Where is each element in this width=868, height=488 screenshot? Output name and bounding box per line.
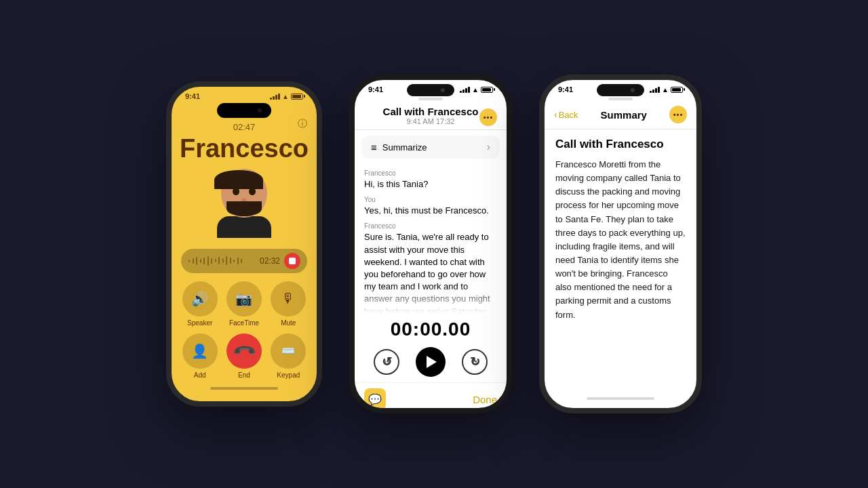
avatar	[210, 169, 278, 243]
time-2: 9:41	[368, 85, 383, 94]
summarize-label: Summarize	[382, 142, 427, 152]
player-section: 00:00.00 ↺ 15 ↻ 15	[355, 313, 507, 382]
battery-icon-3	[671, 87, 683, 93]
speaker-label: Speaker	[187, 319, 212, 327]
signal-1	[270, 93, 280, 100]
summary-more-button[interactable]: •••	[669, 106, 687, 123]
back-chevron-icon: ‹	[554, 109, 557, 120]
transcript-entry-1: You Yes, hi, this must be Francesco.	[364, 196, 497, 217]
summarize-icon: ≡	[371, 142, 377, 153]
wifi-icon-1: ▲	[282, 93, 289, 100]
speaker-icon: 🔊	[182, 281, 218, 317]
play-icon	[427, 356, 437, 368]
record-inner	[289, 258, 296, 264]
battery-fill-2	[482, 88, 491, 92]
skip-back-button[interactable]: ↺ 15	[374, 349, 399, 375]
transcript-subtitle: 9:41 AM 17:32	[366, 117, 496, 125]
text-2: Sure is. Tania, we're all ready to assis…	[364, 231, 497, 313]
skip-back-label: 15	[384, 360, 389, 365]
keypad-label: Keypad	[277, 371, 300, 379]
facetime-label: FaceTime	[229, 319, 259, 327]
time-1: 9:41	[185, 92, 200, 100]
status-icons-3: ▲	[650, 86, 683, 94]
s-bar1	[460, 91, 462, 93]
add-button[interactable]: 👤 Add	[181, 333, 218, 379]
transcript-entry-0: Francesco Hi, is this Tania?	[364, 169, 497, 190]
dynamic-island-3	[597, 84, 644, 96]
t-bar2	[652, 89, 654, 93]
t-bar4	[658, 87, 660, 93]
summary-more-dots: •••	[673, 110, 684, 119]
wifi-icon-3: ▲	[662, 86, 669, 94]
dynamic-island-1	[217, 103, 271, 118]
summary-nav-title: Summary	[601, 109, 647, 121]
mute-button[interactable]: 🎙 Mute	[270, 281, 307, 327]
skip-forward-label: 15	[472, 360, 477, 365]
skip-forward-button[interactable]: ↻ 15	[462, 349, 488, 375]
battery-fill-1	[292, 95, 301, 98]
player-timer: 00:00.00	[364, 319, 497, 340]
summary-nav: ‹ Back Summary •••	[545, 103, 696, 129]
status-bar-2: 9:41 ▲	[355, 80, 507, 96]
facetime-icon: 📷	[226, 281, 262, 317]
status-bar-3: 9:41 ▲	[545, 80, 696, 96]
phone-2: 9:41 ▲ Call with Francesco 9:41 AM 17:32…	[349, 75, 512, 413]
battery-fill-3	[672, 88, 681, 92]
t-bar1	[650, 91, 652, 93]
chat-icon-button[interactable]: 💬	[364, 388, 386, 410]
camera-dot-1	[258, 108, 262, 113]
transcript-body: Francesco Hi, is this Tania? You Yes, hi…	[355, 164, 507, 313]
record-button[interactable]	[284, 253, 300, 269]
end-button[interactable]: 📞 End	[225, 333, 262, 379]
summarize-row[interactable]: ≡ Summarize ›	[361, 136, 500, 159]
drag-handle-3	[608, 98, 633, 100]
speaker-1: You	[364, 196, 497, 203]
status-bar-1: 9:41 ▲	[172, 87, 317, 103]
dynamic-island-2	[407, 84, 454, 96]
bar2	[273, 96, 275, 100]
phone-1: 9:41 ▲ ⓘ 02:47 Francesco	[166, 81, 322, 407]
t-bar3	[655, 88, 657, 93]
back-label: Back	[559, 110, 578, 120]
battery-icon-2	[481, 87, 493, 93]
facetime-button[interactable]: 📷 FaceTime	[225, 281, 262, 327]
summary-body-text: Francesco Moretti from the moving compan…	[555, 158, 686, 322]
call-buttons: 🔊 Speaker 📷 FaceTime 🎙 Mute 👤 Add 📞 End …	[172, 277, 317, 383]
transcript-header: Call with Francesco 9:41 AM 17:32 •••	[355, 103, 507, 130]
player-controls: ↺ 15 ↻ 15	[364, 347, 497, 377]
bar1	[270, 98, 272, 100]
info-button[interactable]: ⓘ	[298, 118, 307, 130]
keypad-button[interactable]: ⌨️ Keypad	[270, 333, 307, 379]
more-dots-2: •••	[484, 113, 494, 121]
text-0: Hi, is this Tania?	[364, 178, 497, 190]
chat-icon: 💬	[368, 393, 382, 406]
s-bar4	[468, 87, 470, 93]
bar3	[275, 95, 277, 100]
caller-name: Francesco	[172, 135, 317, 163]
summarize-left: ≡ Summarize	[371, 142, 427, 153]
s-bar3	[465, 88, 467, 93]
signal-2	[460, 86, 470, 93]
speaker-button[interactable]: 🔊 Speaker	[181, 281, 218, 327]
mute-icon: 🎙	[271, 281, 306, 317]
end-label: End	[238, 371, 250, 379]
done-button[interactable]: Done	[473, 394, 497, 405]
mute-label: Mute	[281, 319, 296, 327]
end-icon: 📞	[219, 326, 269, 376]
play-button[interactable]	[416, 347, 446, 377]
summarize-chevron: ›	[487, 141, 490, 153]
bar4	[278, 94, 280, 100]
transcript-entry-2: Francesco Sure is. Tania, we're all read…	[364, 222, 497, 313]
transcript-footer: 💬 Done	[355, 382, 507, 413]
summary-call-title: Call with Francesco	[555, 138, 686, 151]
status-icons-1: ▲	[270, 93, 303, 100]
speaker-0: Francesco	[364, 169, 497, 177]
status-icons-2: ▲	[460, 86, 493, 94]
memoji-container	[172, 169, 317, 243]
add-label: Add	[194, 371, 206, 379]
more-button-2[interactable]: •••	[479, 108, 497, 126]
recording-pill: 02:32	[181, 249, 307, 273]
phone-3: 9:41 ▲ ‹ Back Summary •••	[539, 75, 702, 413]
transcript-title: Call with Francesco	[366, 106, 496, 117]
back-button[interactable]: ‹ Back	[554, 109, 578, 120]
